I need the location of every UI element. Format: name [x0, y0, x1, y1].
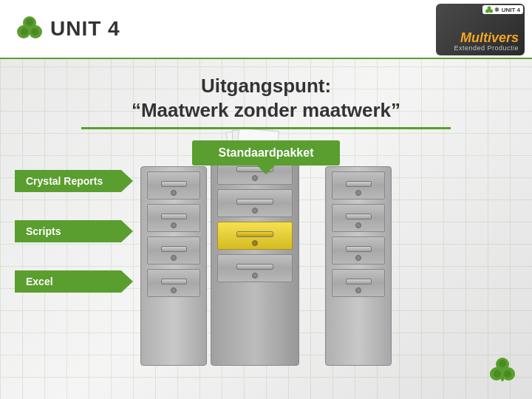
svg-point-10 [488, 9, 491, 12]
title-line2: “Maatwerk zonder maatwerk” [15, 99, 517, 122]
svg-rect-18 [501, 376, 504, 381]
drawer-right-4 [332, 269, 385, 297]
drawer-left-1 [147, 171, 200, 200]
standaard-label: Standaardpakket [192, 140, 340, 166]
excel-label: Excel [15, 270, 133, 293]
header: UNIT 4 ❊ UNIT 4 Multivers Extended Produ… [0, 0, 532, 59]
title-section: Uitgangspunt: “Maatwerk zonder maatwerk” [0, 63, 532, 129]
drawer-right-1 [332, 171, 385, 200]
svg-point-4 [26, 18, 33, 26]
logo-container: UNIT 4 [15, 14, 120, 44]
bottom-right-clover [488, 355, 517, 388]
multivers-text: Multivers [460, 31, 519, 44]
svg-point-16 [504, 370, 511, 378]
drawer-right-3 [332, 236, 385, 265]
multivers-logo: ❊ UNIT 4 Multivers Extended Productie [436, 4, 525, 55]
cabinet-right [325, 166, 392, 366]
drawer-center-2 [217, 189, 293, 217]
label-arrows: Crystal Reports Scripts Excel [15, 170, 133, 293]
crystal-reports-label: Crystal Reports [15, 170, 133, 192]
svg-point-17 [494, 370, 501, 378]
scripts-label: Scripts [15, 220, 133, 242]
svg-point-15 [499, 360, 506, 367]
title-line1: Uitgangspunt: [15, 74, 517, 99]
drawer-center-yellow [217, 222, 293, 250]
svg-point-5 [31, 28, 38, 35]
drawer-left-2 [147, 204, 200, 232]
logo-text: UNIT 4 [50, 17, 120, 41]
extended-text: Extended Productie [454, 44, 519, 52]
logo-icon [15, 14, 44, 44]
svg-point-6 [21, 28, 28, 35]
unit4-badge: ❊ UNIT 4 [482, 5, 523, 14]
title-underline [81, 127, 451, 129]
drawer-left-4 [147, 269, 200, 297]
cabinet-center [211, 151, 299, 366]
cabinet-left [140, 166, 207, 366]
drawer-center-4 [217, 254, 293, 282]
drawer-right-2 [332, 204, 385, 232]
standaard-box: Standaardpakket [192, 140, 340, 166]
cabinet-area [133, 166, 399, 399]
clover-icon [488, 355, 517, 385]
drawer-left-3 [147, 236, 200, 265]
